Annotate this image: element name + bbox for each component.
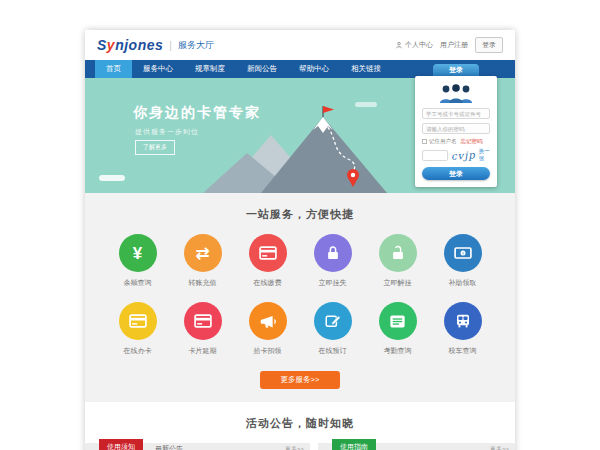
transfer-arrows-icon: ⇄ [184,234,222,272]
login-form: 记住用户名 忘记密码 cvjp 换一张 登录 [415,76,497,187]
service-label: 拾卡招领 [254,346,282,356]
nav-item[interactable]: 帮助中心 [288,60,340,78]
service-item[interactable]: 在线缴费 [235,234,300,288]
personal-center-link[interactable]: 个人中心 [395,40,433,50]
unlock-icon [379,234,417,272]
service-label: 考勤查询 [384,346,412,356]
forgot-password-link[interactable]: 忘记密码 [461,138,483,145]
nav-item[interactable]: 规章制度 [184,60,236,78]
logo-accent-mark: y [107,37,115,53]
bank-card-icon [249,234,287,272]
service-grid: ¥余额查询⇄转账充值在线缴费立即挂失立即解挂¥补助领取在线办卡卡片延期拾卡招领在… [85,234,515,356]
hero-title: 你身边的卡管专家 [133,104,261,122]
login-card: 登录 记住用户名 忘记密码 cvjp 换一张 [415,64,497,187]
services-title: 一站服务，方便快捷 [85,207,515,222]
captcha-input[interactable] [422,150,448,161]
remember-label: 记住用户名 [429,138,457,145]
site-container: Synjones | 服务大厅 个人中心 用户注册 登录 首页服务中心规章制度新… [85,30,515,450]
service-item[interactable]: 校车查询 [430,302,495,356]
latest-announcements-tab[interactable]: 最新公告 [155,444,183,450]
service-label: 补助领取 [449,278,477,288]
service-label: 在线预订 [319,346,347,356]
change-captcha-link[interactable]: 换一张 [479,148,490,162]
service-label: 余额查询 [124,278,152,288]
service-item[interactable]: ¥余额查询 [105,234,170,288]
services-section: 一站服务，方便快捷 ¥余额查询⇄转账充值在线缴费立即挂失立即解挂¥补助领取在线办… [85,193,515,402]
bus-icon [444,302,482,340]
service-item[interactable]: 考勤查询 [365,302,430,356]
announcements-title: 活动公告，随时知晓 [85,416,515,431]
service-item[interactable]: ¥补助领取 [430,234,495,288]
users-group-icon [438,83,474,103]
logo-divider: | [169,40,172,51]
notice-panel: 使用须知 最新公告 更多>> [85,443,310,450]
personal-center-label: 个人中心 [405,40,433,50]
lock-icon [314,234,352,272]
person-icon [395,41,403,49]
nav-item[interactable]: 相关链接 [340,60,392,78]
user-register-label: 用户注册 [440,40,468,50]
header-right: 个人中心 用户注册 登录 [395,37,503,53]
usage-guide-tab[interactable]: 使用指南 [332,439,376,450]
hero-more-button[interactable]: 了解更多 [135,140,175,155]
banknote-icon: ¥ [444,234,482,272]
usage-notice-tab[interactable]: 使用须知 [99,439,143,450]
service-item[interactable]: 卡片延期 [170,302,235,356]
notice-more-link[interactable]: 更多>> [285,445,304,450]
service-item[interactable]: 拾卡招领 [235,302,300,356]
nav-item[interactable]: 服务中心 [132,60,184,78]
login-tab[interactable]: 登录 [433,64,479,76]
site-header: Synjones | 服务大厅 个人中心 用户注册 登录 [85,30,515,60]
service-label: 在线办卡 [124,346,152,356]
logo: Synjones [97,37,163,53]
nav-item[interactable]: 新闻公告 [236,60,288,78]
announcements-section: 活动公告，随时知晓 使用须知 最新公告 更多>> 使用指南 更多>> [85,402,515,450]
service-label: 立即挂失 [319,278,347,288]
hero-subtitle: 提供服务一步到位 [135,127,199,137]
service-label: 在线缴费 [254,278,282,288]
service-item[interactable]: 在线办卡 [105,302,170,356]
bank-card-icon [184,302,222,340]
user-register-link[interactable]: 用户注册 [440,40,468,50]
service-item[interactable]: 立即挂失 [300,234,365,288]
remember-row: 记住用户名 忘记密码 [422,138,490,145]
guide-panel: 使用指南 更多>> [318,443,515,450]
bank-card-icon [119,302,157,340]
guide-more-link[interactable]: 更多>> [490,445,509,450]
account-input[interactable] [422,108,490,119]
yen-icon: ¥ [133,245,142,262]
transfer-arrows-icon: ⇄ [195,245,209,262]
logo-text: S [97,37,107,53]
service-item[interactable]: 在线预订 [300,302,365,356]
attendance-list-icon [379,302,417,340]
service-label: 卡片延期 [189,346,217,356]
service-item[interactable]: ⇄转账充值 [170,234,235,288]
service-item[interactable]: 立即解挂 [365,234,430,288]
login-submit-button[interactable]: 登录 [422,167,490,180]
megaphone-icon [249,302,287,340]
announcement-panels: 使用须知 最新公告 更多>> 使用指南 更多>> [85,443,515,450]
password-input[interactable] [422,123,490,134]
captcha-row: cvjp 换一张 [422,148,490,162]
more-services-button[interactable]: 更多服务>> [260,371,340,389]
header-login-button[interactable]: 登录 [475,37,503,53]
logo-text-rest: njones [115,37,163,53]
remember-checkbox[interactable] [422,139,427,144]
service-label: 转账充值 [189,278,217,288]
site-tagline: 服务大厅 [178,39,214,52]
page-canvas: Synjones | 服务大厅 个人中心 用户注册 登录 首页服务中心规章制度新… [0,0,600,450]
service-label: 校车查询 [449,346,477,356]
captcha-image: cvjp [451,149,476,162]
notice-tab-bar: 使用须知 最新公告 更多>> [85,443,310,450]
edit-icon [314,302,352,340]
service-label: 立即解挂 [384,278,412,288]
guide-tab-bar: 使用指南 更多>> [318,443,515,450]
nav-item[interactable]: 首页 [95,60,132,78]
cloud-shape [99,175,125,181]
yen-icon: ¥ [119,234,157,272]
